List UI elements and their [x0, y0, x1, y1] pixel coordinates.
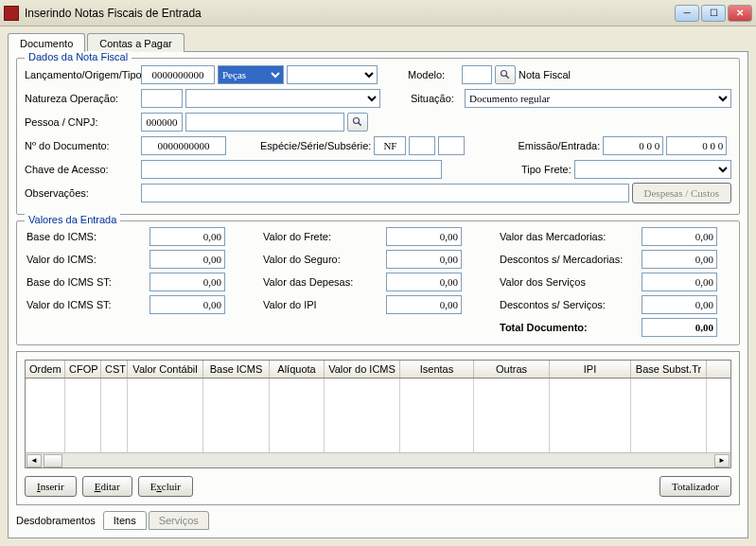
grid-cell: [26, 379, 65, 452]
frete-select[interactable]: [574, 160, 731, 179]
base-icms-st-input[interactable]: [149, 273, 225, 291]
valor-frete-label: Valor do Frete:: [263, 231, 386, 242]
scroll-thumb[interactable]: [44, 454, 62, 467]
situacao-select[interactable]: Documento regular: [465, 89, 731, 108]
grid-col-valor-do-icms[interactable]: Valor do ICMS: [325, 361, 400, 378]
tipo-select[interactable]: [287, 65, 378, 84]
search-icon: [500, 69, 511, 80]
modelo-lookup-button[interactable]: [495, 65, 516, 84]
modelo-text: Nota Fiscal: [519, 69, 571, 80]
situacao-label: Situação:: [411, 93, 462, 104]
lancamento-input[interactable]: [141, 65, 215, 84]
valor-ipi-label: Valor do IPI: [263, 299, 386, 310]
legend-valores: Valores da Entrada: [25, 214, 120, 225]
valor-serv-input[interactable]: [642, 273, 717, 291]
grid-header: OrdemCFOPCSTValor ContábilBase ICMSAlíqu…: [26, 361, 730, 379]
grid-horizontal-scrollbar[interactable]: ◄ ►: [26, 452, 730, 467]
modelo-label: Modelo:: [408, 69, 459, 80]
desdobramentos-label: Desdobramentos: [16, 515, 96, 526]
main-tabs: Documento Contas a Pagar: [8, 32, 748, 52]
tab-documento[interactable]: Documento: [8, 33, 85, 52]
tab-panel-documento: Dados da Nota Fiscal Lançamento/Origem/T…: [8, 52, 748, 538]
natureza-code-input[interactable]: [141, 89, 183, 108]
especie-label: Espécie/Série/Subsérie:: [260, 140, 371, 151]
entrada-input[interactable]: [666, 136, 727, 155]
close-button[interactable]: ✕: [728, 5, 752, 22]
base-icms-input[interactable]: [149, 227, 225, 246]
pessoa-name-input[interactable]: [185, 113, 344, 132]
grid-body: [26, 379, 730, 452]
inserir-button[interactable]: Inserir: [25, 476, 77, 497]
desc-serv-input[interactable]: [642, 295, 717, 314]
grid-cell: [631, 379, 707, 452]
items-grid[interactable]: OrdemCFOPCSTValor ContábilBase ICMSAlíqu…: [25, 360, 731, 468]
grid-col-ipi[interactable]: IPI: [550, 361, 631, 378]
grid-col-valor-cont-bil[interactable]: Valor Contábil: [128, 361, 203, 378]
fieldset-valores: Valores da Entrada Base do ICMS: Valor d…: [16, 220, 740, 345]
grid-col-ordem[interactable]: Ordem: [26, 361, 65, 378]
excluir-button[interactable]: Excluir: [138, 476, 193, 497]
grid-cell: [65, 379, 101, 452]
grid-col-al-quota[interactable]: Alíquota: [270, 361, 325, 378]
svg-line-1: [506, 76, 509, 79]
minimize-button[interactable]: ─: [675, 5, 699, 22]
window-title: Inserindo Notas Fiscais de Entrada: [25, 7, 675, 20]
valor-icms-label: Valor do ICMS:: [26, 254, 149, 265]
obs-input[interactable]: [141, 184, 629, 203]
valor-despesas-label: Valor das Depesas:: [263, 276, 386, 288]
grid-col-base-icms[interactable]: Base ICMS: [203, 361, 270, 378]
grid-cell: [550, 379, 631, 452]
totalizador-button[interactable]: Totalizador: [659, 476, 731, 497]
grid-cell: [101, 379, 128, 452]
editar-button[interactable]: Editar: [82, 476, 132, 497]
subtab-itens[interactable]: Itens: [103, 511, 147, 530]
grid-cell: [325, 379, 400, 452]
sub-tabs: Itens Serviços: [103, 511, 211, 530]
valor-despesas-input[interactable]: [386, 273, 462, 291]
especie-input[interactable]: [374, 136, 406, 155]
search-icon: [352, 116, 363, 128]
grid-col-cst[interactable]: CST: [101, 361, 128, 378]
emissao-input[interactable]: [603, 136, 663, 155]
grid-col-cfop[interactable]: CFOP: [65, 361, 101, 378]
valor-seguro-input[interactable]: [386, 250, 462, 269]
base-icms-st-label: Base do ICMS ST:: [26, 276, 149, 288]
app-icon: [4, 6, 19, 21]
valor-frete-input[interactable]: [386, 227, 462, 246]
numdoc-label: Nº do Documento:: [25, 140, 138, 151]
pessoa-lookup-button[interactable]: [347, 113, 368, 132]
numdoc-input[interactable]: [141, 136, 226, 155]
scroll-left-button[interactable]: ◄: [26, 454, 42, 467]
valor-merc-label: Valor das Mercadorias:: [500, 231, 642, 242]
serie-input[interactable]: [409, 136, 435, 155]
grid-col-isentas[interactable]: Isentas: [400, 361, 474, 378]
chave-input[interactable]: [141, 160, 442, 179]
valor-serv-label: Valor dos Serviços: [500, 276, 642, 288]
grid-cell: [270, 379, 325, 452]
scroll-right-button[interactable]: ►: [714, 454, 730, 467]
grid-col-base-subst-tr[interactable]: Base Subst.Tr: [631, 361, 707, 378]
total-doc-input[interactable]: [642, 318, 717, 337]
valor-icms-input[interactable]: [149, 250, 225, 269]
maximize-button[interactable]: ☐: [701, 5, 726, 22]
pessoa-code-input[interactable]: [141, 113, 183, 132]
natureza-desc-select[interactable]: [185, 89, 380, 108]
despesas-custos-button[interactable]: Despesas / Custos: [632, 183, 731, 203]
tab-contas-a-pagar[interactable]: Contas a Pagar: [87, 33, 184, 52]
window-titlebar: Inserindo Notas Fiscais de Entrada ─ ☐ ✕: [0, 0, 756, 26]
grid-col-outras[interactable]: Outras: [474, 361, 550, 378]
valor-icms-st-label: Valor do ICMS ST:: [26, 299, 149, 310]
frete-label: Tipo Frete:: [521, 164, 571, 175]
valor-ipi-input[interactable]: [386, 295, 462, 314]
obs-label: Observações:: [25, 187, 138, 199]
origem-select[interactable]: Peças: [218, 65, 284, 84]
valor-merc-input[interactable]: [642, 227, 717, 246]
subtab-servicos[interactable]: Serviços: [149, 511, 209, 530]
valor-seguro-label: Valor do Seguro:: [263, 254, 386, 265]
valor-icms-st-input[interactable]: [149, 295, 225, 314]
subserie-input[interactable]: [438, 136, 465, 155]
svg-line-3: [359, 123, 361, 126]
modelo-input[interactable]: [462, 65, 492, 84]
desc-merc-input[interactable]: [642, 250, 717, 269]
grid-cell: [474, 379, 550, 452]
